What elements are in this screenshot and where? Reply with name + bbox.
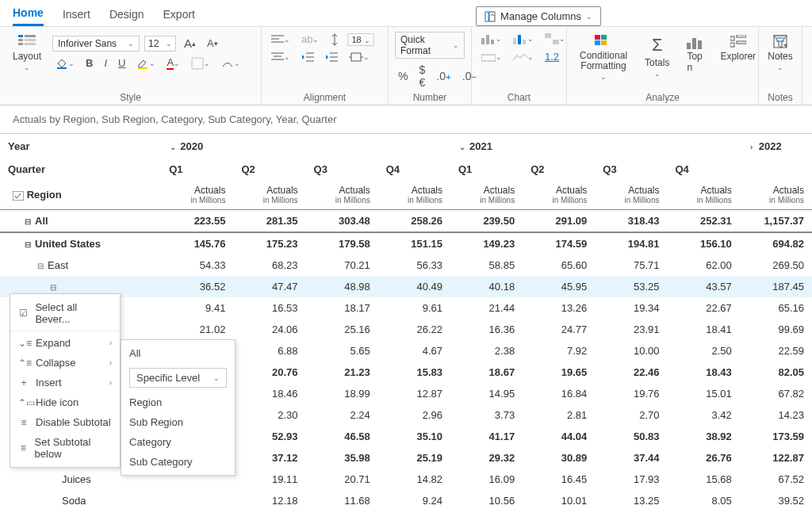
ctx-disable-subtotal[interactable]: ≡Disable Subtotal [10, 412, 120, 432]
collapse-icon[interactable]: ⊟ [36, 262, 44, 270]
data-cell[interactable]: 99.69 [740, 319, 812, 340]
data-cell[interactable]: 2.70 [595, 404, 667, 426]
tab-home[interactable]: Home [13, 6, 44, 26]
ctx-level-category[interactable]: Category [121, 432, 235, 452]
data-cell[interactable]: 252.31 [668, 210, 740, 233]
data-cell[interactable]: 16.09 [450, 469, 523, 490]
data-cell[interactable]: 15.83 [378, 362, 450, 383]
decrease-indent-button[interactable] [298, 50, 317, 64]
data-cell[interactable]: 303.48 [306, 210, 378, 233]
data-cell[interactable]: 4.67 [378, 340, 450, 362]
data-cell[interactable]: 26.76 [668, 447, 740, 469]
year-2021-header[interactable]: ⌄2021 [450, 134, 740, 159]
ctx-collapse-all[interactable]: All [121, 343, 235, 363]
data-cell[interactable]: 12.18 [233, 490, 305, 509]
table-row[interactable]: ⊟All223.55281.35303.48258.26239.50291.09… [0, 210, 812, 233]
data-cell[interactable]: 7.92 [523, 340, 595, 362]
data-cell[interactable]: 18.67 [450, 362, 523, 383]
data-cell[interactable]: 20.71 [306, 469, 378, 490]
data-cell[interactable]: 38.92 [668, 426, 740, 447]
underline-button[interactable]: U [115, 55, 128, 71]
align-center-button[interactable]: ⌄ [268, 50, 293, 64]
data-cell[interactable]: 29.32 [450, 447, 523, 469]
data-cell[interactable]: 3.42 [668, 404, 740, 426]
increase-decimal-button[interactable]: .0+ [433, 68, 454, 84]
data-cell[interactable]: 36.52 [161, 276, 233, 297]
table-row[interactable]: 9.4116.5318.179.6121.4413.2619.3422.6765… [0, 297, 812, 319]
data-cell[interactable]: 75.71 [595, 254, 667, 276]
data-cell[interactable]: 174.59 [523, 232, 595, 254]
clear-format-button[interactable]: ⌄ [218, 55, 243, 71]
align-left-button[interactable]: ⌄ [268, 33, 293, 47]
ctx-level-region[interactable]: Region [121, 392, 235, 412]
data-cell[interactable]: 291.09 [523, 210, 595, 233]
ctx-collapse[interactable]: ⌃≡Collapse› [10, 353, 120, 373]
year-2022-header[interactable]: ›2022 [740, 134, 812, 159]
explorer-button[interactable]: Explorer [714, 32, 762, 65]
data-cell[interactable]: 82.05 [740, 362, 812, 383]
notes-button[interactable]: Notes⌄ [765, 32, 795, 75]
data-cell[interactable]: 58.85 [450, 254, 523, 276]
data-cell[interactable]: 149.23 [450, 232, 523, 254]
tab-insert[interactable]: Insert [63, 8, 90, 25]
data-cell[interactable]: 9.41 [161, 297, 233, 319]
data-cell[interactable]: 67.82 [740, 383, 812, 404]
ctx-specific-level-select[interactable]: Specific Level⌄ [129, 368, 227, 388]
data-cell[interactable]: 16.84 [523, 383, 595, 404]
data-cell[interactable]: 22.46 [595, 362, 667, 383]
data-cell[interactable]: 19.34 [595, 297, 667, 319]
expand-icon[interactable]: › [748, 143, 756, 151]
data-cell[interactable]: 47.47 [233, 276, 305, 297]
collapse-icon[interactable]: ⊟ [24, 240, 32, 249]
data-cell[interactable]: 70.21 [306, 254, 378, 276]
data-cell[interactable]: 156.10 [668, 232, 740, 254]
data-cell[interactable]: 22.59 [740, 340, 812, 362]
data-cell[interactable]: 40.49 [378, 276, 450, 297]
data-cell[interactable]: 22.67 [668, 297, 740, 319]
year-2020-header[interactable]: ⌄2020 [161, 134, 450, 159]
data-cell[interactable]: 65.60 [523, 254, 595, 276]
data-cell[interactable]: 19.11 [233, 469, 305, 490]
data-cell[interactable]: 19.65 [523, 362, 595, 383]
data-cell[interactable]: 23.91 [595, 319, 667, 340]
conditional-formatting-button[interactable]: Conditional Formatting⌄ [573, 32, 634, 84]
data-cell[interactable]: 16.45 [523, 469, 595, 490]
data-cell[interactable]: 18.43 [668, 362, 740, 383]
table-row[interactable]: ⊟36.5247.4748.9840.4940.1845.9553.2543.5… [0, 276, 812, 297]
font-size-select[interactable]: 12⌄ [144, 36, 176, 52]
indent-value[interactable]: 18 ⌄ [347, 33, 373, 46]
line-height-button[interactable] [327, 33, 343, 47]
data-cell[interactable]: 45.95 [523, 276, 595, 297]
data-cell[interactable]: 16.53 [233, 297, 305, 319]
chart-type-2-button[interactable]: ⌄ [510, 32, 537, 46]
data-cell[interactable]: 25.19 [378, 447, 450, 469]
font-family-select[interactable]: Inforiver Sans⌄ [52, 36, 140, 52]
tab-export[interactable]: Export [163, 8, 195, 25]
currency-button[interactable]: $€ [416, 62, 428, 90]
data-cell[interactable]: 56.33 [378, 254, 450, 276]
data-cell[interactable]: 2.24 [306, 404, 378, 426]
data-cell[interactable] [161, 490, 233, 509]
data-cell[interactable]: 18.99 [306, 383, 378, 404]
data-cell[interactable]: 50.83 [595, 426, 667, 447]
data-cell[interactable]: 26.22 [378, 319, 450, 340]
data-cell[interactable]: 21.44 [450, 297, 523, 319]
manage-columns-button[interactable]: Manage Columns ⌄ [476, 6, 601, 26]
data-cell[interactable]: 173.59 [740, 426, 812, 447]
data-cell[interactable]: 179.58 [306, 232, 378, 254]
data-cell[interactable]: 65.16 [740, 297, 812, 319]
table-row[interactable]: ⊟East54.3368.2370.2156.3358.8565.6075.71… [0, 254, 812, 276]
font-decrease-button[interactable]: A▾ [204, 36, 221, 51]
data-cell[interactable]: 2.81 [523, 404, 595, 426]
data-cell[interactable]: 39.52 [740, 490, 812, 509]
data-cell[interactable]: 54.33 [161, 254, 233, 276]
data-cell[interactable]: 13.25 [595, 490, 667, 509]
data-cell[interactable]: 694.82 [740, 232, 812, 254]
data-cell[interactable]: 19.76 [595, 383, 667, 404]
data-cell[interactable]: 12.87 [378, 383, 450, 404]
data-cell[interactable]: 43.57 [668, 276, 740, 297]
ctx-insert[interactable]: +Insert› [10, 373, 120, 392]
sparkline-line-button[interactable]: ⌄ [510, 51, 537, 63]
topn-button[interactable]: Top n [680, 32, 709, 76]
quick-format-select[interactable]: Quick Format⌄ [395, 32, 465, 59]
